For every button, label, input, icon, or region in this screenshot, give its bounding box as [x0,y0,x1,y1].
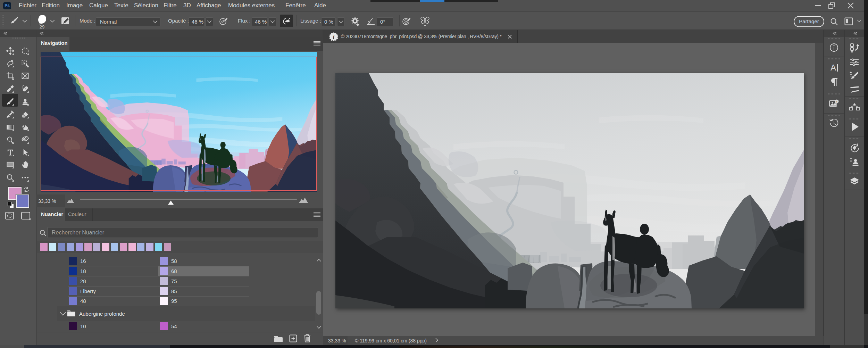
svg-text:i: i [333,34,335,40]
svg-text:i: i [836,100,837,103]
svg-text:A: A [831,63,836,72]
